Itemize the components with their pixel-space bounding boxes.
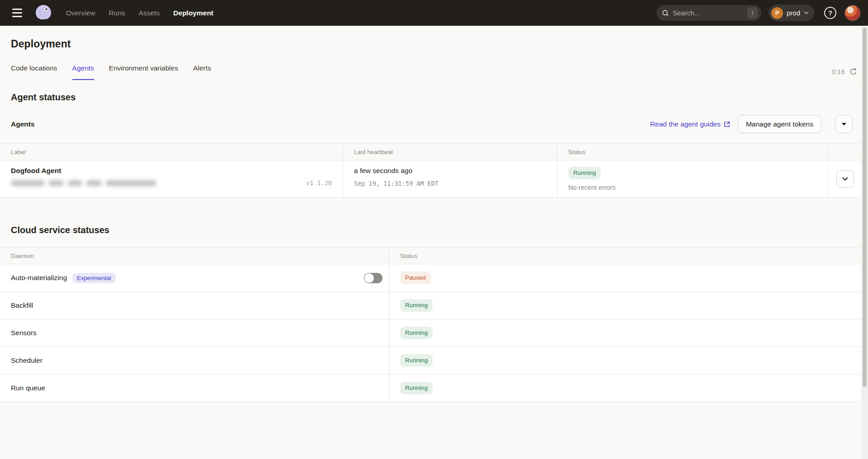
agent-guides-link-label: Read the agent guides <box>650 120 721 128</box>
daemon-name: Scheduler <box>11 356 42 365</box>
cloud-table-body: Auto-materializing Experimental Paused B… <box>0 264 861 402</box>
cloud-service-row: Scheduler Running <box>0 347 861 375</box>
agents-table-header: Label Last heartbeat Status <box>0 144 861 160</box>
cloud-table-header: Daemon Status <box>0 248 861 264</box>
manage-agent-tokens-button[interactable]: Manage agent tokens <box>738 115 821 133</box>
daemon-name: Sensors <box>11 329 37 337</box>
agent-expand-cell <box>829 160 861 197</box>
col-status: Status <box>557 144 829 160</box>
caret-down-icon <box>842 123 846 126</box>
dagster-octopus-icon <box>34 4 53 23</box>
agent-status-badge: Running <box>568 167 601 179</box>
cloud-service-row: Sensors Running <box>0 319 861 347</box>
agent-name: Dogfood Agent <box>11 167 332 175</box>
agents-toolbar: Agents Read the agent guides Manage agen… <box>0 115 868 133</box>
hamburger-menu-icon[interactable] <box>8 4 26 22</box>
agents-subheading: Agents <box>11 120 35 128</box>
agent-row: Dogfood Agent v1.1.20 a few seconds ago … <box>0 160 861 198</box>
primary-nav: Overview Runs Assets Deployment <box>66 9 213 17</box>
refresh-icon[interactable] <box>849 68 857 75</box>
search-icon <box>662 9 669 17</box>
tab-alerts[interactable]: Alerts <box>193 64 211 80</box>
cloud-service-statuses-heading: Cloud service statuses <box>11 225 868 235</box>
nav-runs[interactable]: Runs <box>109 9 125 17</box>
agent-expand-button[interactable] <box>836 170 854 188</box>
cloud-services-table: Daemon Status Auto-materializing Experim… <box>0 247 861 402</box>
daemon-status-badge: Running <box>400 327 433 339</box>
scrollbar-thumb[interactable] <box>863 28 867 387</box>
search-shortcut-key: / <box>747 7 758 19</box>
user-avatar[interactable] <box>844 5 861 21</box>
external-link-icon <box>724 121 730 127</box>
agent-heartbeat-cell: a few seconds ago Sep 19, 11:31:59 AM ED… <box>343 160 557 197</box>
page-title: Deployment <box>11 38 868 50</box>
col-expand <box>829 144 861 160</box>
col-daemon-status: Status <box>389 248 861 264</box>
agents-table: Label Last heartbeat Status Dogfood Agen… <box>0 143 861 198</box>
search-box[interactable]: / <box>656 5 761 21</box>
nav-deployment[interactable]: Deployment <box>173 9 213 17</box>
heartbeat-timestamp: Sep 19, 11:31:59 AM EDT <box>354 180 546 187</box>
daemon-name: Run queue <box>11 384 45 392</box>
toggle-knob <box>364 273 374 283</box>
daemon-status-badge: Running <box>400 299 433 312</box>
daemon-status-badge: Running <box>400 382 433 394</box>
cloud-service-row: Auto-materializing Experimental Paused <box>0 264 861 292</box>
tab-agents[interactable]: Agents <box>72 64 94 80</box>
refresh-countdown: 0:16 <box>832 68 845 75</box>
daemon-status-badge: Running <box>400 354 433 367</box>
redacted-agent-id <box>11 180 156 186</box>
vertical-scrollbar[interactable] <box>861 26 868 459</box>
org-avatar: P <box>771 7 783 19</box>
agent-statuses-heading: Agent statuses <box>11 92 868 103</box>
experimental-badge: Experimental <box>72 273 116 283</box>
tab-environment-variables[interactable]: Environment variables <box>109 64 178 80</box>
nav-assets[interactable]: Assets <box>139 9 160 17</box>
org-name: prod <box>787 9 800 17</box>
chevron-down-icon <box>804 11 809 14</box>
cloud-service-row: Run queue Running <box>0 375 861 402</box>
agent-tokens-menu-button[interactable] <box>835 115 853 133</box>
col-label: Label <box>0 144 343 160</box>
daemon-name: Backfill <box>11 301 33 309</box>
org-switcher[interactable]: P prod <box>769 5 814 21</box>
cloud-service-row: Backfill Running <box>0 292 861 319</box>
agent-version: v1.1.20 <box>306 179 332 187</box>
search-input[interactable] <box>673 9 736 17</box>
tabs-row: Code locations Agents Environment variab… <box>0 64 868 80</box>
help-icon[interactable]: ? <box>824 7 836 19</box>
agent-status-note: No recent errors <box>568 184 817 191</box>
daemon-name: Auto-materializing <box>11 274 67 282</box>
top-navigation-bar: Overview Runs Assets Deployment / P prod… <box>0 0 868 26</box>
tab-code-locations[interactable]: Code locations <box>11 64 57 80</box>
heartbeat-relative: a few seconds ago <box>354 167 546 175</box>
nav-overview[interactable]: Overview <box>66 9 95 17</box>
auto-materialize-toggle[interactable] <box>364 273 382 283</box>
daemon-status-badge: Paused <box>400 272 431 284</box>
agent-status-cell: Running No recent errors <box>557 160 829 197</box>
agent-guides-link[interactable]: Read the agent guides <box>650 120 730 128</box>
chevron-down-icon <box>842 177 848 181</box>
col-last-heartbeat: Last heartbeat <box>343 144 557 160</box>
dagster-logo[interactable] <box>33 3 53 23</box>
agent-label-cell: Dogfood Agent v1.1.20 <box>0 160 343 197</box>
col-daemon: Daemon <box>0 248 389 264</box>
